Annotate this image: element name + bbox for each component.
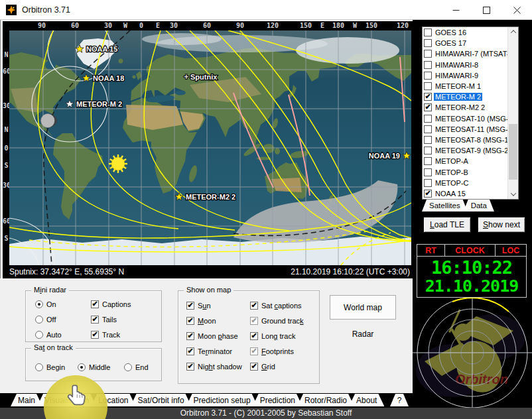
tab-satellites[interactable]: Satellites	[422, 200, 468, 211]
tab-prediction[interactable]: Prediction	[253, 394, 302, 406]
checkbox-icon[interactable]	[250, 302, 258, 310]
checkbox-footprints[interactable]: Footprints	[250, 347, 294, 356]
satellite-checkbox[interactable]	[424, 157, 432, 165]
radar-view-button[interactable]: Radar	[330, 329, 396, 339]
satellite-checkbox[interactable]	[424, 168, 432, 176]
satellite-checkbox[interactable]	[424, 61, 432, 69]
world-map[interactable]: NOAA 15NOAA 18METEOR-M 2+SputnixNOAA 19M…	[9, 30, 411, 265]
tab-main[interactable]: Main	[11, 394, 42, 406]
checkbox-track[interactable]: Track	[91, 330, 120, 339]
satellite-row-meteor-m-1[interactable]: METEOR-M 1	[423, 81, 518, 91]
tab-rotor-radio[interactable]: Rotor/Radio	[297, 394, 354, 406]
checkbox-captions[interactable]: Captions	[91, 300, 131, 309]
satellite-checkbox[interactable]	[424, 39, 432, 47]
world-map-button[interactable]: World map	[330, 295, 396, 320]
satellite-row-meteosat-9-msg-2[interactable]: METEOSAT-9 (MSG-2)	[423, 145, 518, 156]
checkbox-icon[interactable]	[186, 363, 194, 371]
satellite-checkbox[interactable]	[424, 179, 432, 187]
checkbox-ground-track[interactable]: Ground track	[250, 316, 304, 326]
satellite-name[interactable]: METEOSAT-8 (MSG-1)	[434, 136, 512, 144]
satellite-row-meteosat-11-msg-4[interactable]: METEOSAT-11 (MSG-4)	[423, 124, 518, 135]
checkbox-icon[interactable]	[91, 316, 99, 324]
checkbox-long-track[interactable]: Long track	[250, 331, 295, 341]
satellite-list-scrollbar[interactable]	[507, 27, 518, 199]
satellite-checkbox[interactable]	[424, 115, 432, 123]
satellite-name[interactable]: METEOR-M 2	[434, 93, 482, 101]
checkbox-icon[interactable]	[250, 317, 258, 325]
radio-circle-icon[interactable]	[35, 300, 43, 308]
radio-circle-icon[interactable]	[35, 316, 43, 324]
satellite-name[interactable]: METEOSAT-11 (MSG-4)	[434, 125, 515, 133]
satellite-row-meteosat-8-msg-1[interactable]: METEOSAT-8 (MSG-1)	[423, 135, 518, 145]
satellite-name[interactable]: NOAA 15	[434, 190, 467, 198]
radio-end[interactable]: End	[124, 363, 149, 372]
satellite-name[interactable]: METEOSAT-10 (MSG-3)	[434, 115, 516, 123]
scrollbar-thumb[interactable]	[509, 124, 517, 180]
satellite-row-meteor-m-2[interactable]: METEOR-M 2	[423, 91, 518, 102]
checkbox-icon[interactable]	[186, 332, 194, 340]
checkbox-icon[interactable]	[91, 331, 99, 339]
checkbox-icon[interactable]	[91, 300, 99, 308]
clock-mode-loc[interactable]: LOC	[496, 245, 526, 256]
satellite-name[interactable]: GOES 16	[434, 29, 468, 36]
checkbox-sat-captions[interactable]: Sat captions	[250, 301, 302, 310]
satellite-name[interactable]: METEOR-M 1	[434, 82, 482, 90]
radio-circle-icon[interactable]	[124, 363, 132, 371]
satellite-row-metop-a[interactable]: METOP-A	[423, 156, 518, 166]
satellite-name[interactable]: HIMAWARI-9	[434, 72, 480, 80]
satellite-name[interactable]: HIMAWARI-7 (MTSAT-2)	[434, 50, 517, 58]
checkbox-tails[interactable]: Tails	[91, 315, 117, 324]
satellite-row-himawari-9[interactable]: HIMAWARI-9	[423, 70, 518, 81]
clock-mode-clock[interactable]: CLOCK	[445, 245, 496, 256]
satellite-checkbox[interactable]	[424, 190, 432, 198]
checkbox-icon[interactable]	[186, 302, 194, 310]
clock-mode-rt[interactable]: RT	[417, 245, 445, 256]
show-next-button[interactable]: Show next	[478, 217, 525, 233]
radio-begin[interactable]: Begin	[35, 363, 65, 372]
tab-sat-orbit-info[interactable]: Sat/Orbit info	[131, 394, 192, 406]
satellite-checkbox[interactable]	[424, 93, 432, 101]
checkbox-moon-phase[interactable]: Moon phase	[186, 331, 238, 341]
radio-circle-icon[interactable]	[35, 331, 43, 339]
satellite-row-meteosat-10-msg-3[interactable]: METEOSAT-10 (MSG-3)	[423, 113, 518, 124]
radio-off[interactable]: Off	[35, 315, 56, 324]
tab-data[interactable]: Data	[464, 200, 494, 211]
checkbox-night-shadow[interactable]: Night shadow	[186, 362, 242, 371]
checkbox-grid[interactable]: Grid	[250, 362, 275, 371]
satellite-name[interactable]: METEOSAT-9 (MSG-2)	[434, 147, 512, 154]
satellite-name[interactable]: METOP-A	[434, 157, 470, 165]
clock-mode-header[interactable]: RT CLOCK LOC	[417, 245, 526, 257]
checkbox-icon[interactable]	[186, 317, 194, 325]
satellite-name[interactable]: METOP-C	[434, 179, 470, 187]
tab-about[interactable]: About	[349, 394, 384, 406]
tab-prediction-setup[interactable]: Prediction setup	[186, 394, 258, 406]
minimize-button[interactable]	[440, 0, 471, 20]
checkbox-icon[interactable]	[186, 347, 194, 355]
checkbox-icon[interactable]	[250, 363, 258, 371]
satellite-checkbox[interactable]	[424, 72, 432, 80]
checkbox-sun[interactable]: Sun	[186, 301, 211, 310]
checkbox-terminator[interactable]: Terminator	[186, 347, 232, 356]
satellite-checkbox[interactable]	[424, 136, 432, 144]
satellite-checkbox[interactable]	[424, 103, 432, 111]
satellite-checkbox[interactable]	[424, 147, 432, 154]
checkbox-moon[interactable]: Moon	[186, 316, 216, 326]
satellite-checkbox[interactable]	[424, 50, 432, 58]
satellite-row-metop-b[interactable]: METOP-B	[423, 166, 518, 177]
satellite-row-goes-16[interactable]: GOES 16	[423, 27, 518, 38]
satellite-checkbox[interactable]	[424, 82, 432, 90]
scroll-down-icon[interactable]	[508, 190, 518, 199]
satellite-name[interactable]: METEOR-M2 2	[434, 103, 486, 111]
scroll-up-icon[interactable]	[508, 27, 518, 36]
radio-circle-icon[interactable]	[35, 363, 43, 371]
radio-auto[interactable]: Auto	[35, 330, 62, 339]
satellite-name[interactable]: METOP-B	[434, 168, 470, 176]
satellite-row-himawari-8[interactable]: HIMAWARI-8	[423, 60, 518, 70]
satellite-name[interactable]: HIMAWARI-8	[434, 61, 480, 69]
radio-circle-icon[interactable]	[78, 363, 86, 371]
satellite-row-metop-c[interactable]: METOP-C	[423, 178, 518, 188]
radio-middle[interactable]: Middle	[78, 363, 110, 372]
close-button[interactable]	[501, 0, 532, 20]
satellite-checkbox[interactable]	[424, 29, 432, 36]
satellite-row-goes-17[interactable]: GOES 17	[423, 38, 518, 48]
